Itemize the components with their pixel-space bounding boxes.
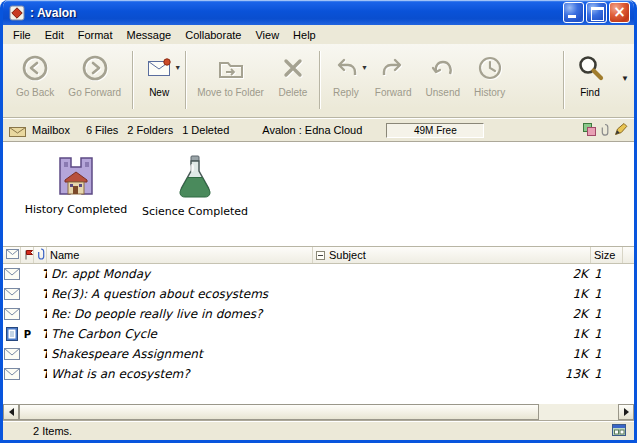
column-header-size[interactable]: Size [591, 247, 623, 263]
subject-cell: The Carbon Cycle [47, 327, 313, 341]
close-button[interactable] [609, 2, 630, 23]
menu-message[interactable]: Message [120, 27, 179, 43]
toolbar-go-forward-button[interactable]: Go Forward [61, 48, 128, 100]
toolbar-button-label: Unsend [426, 87, 460, 98]
message-row[interactable]: ToSCI102 - Period 2What is an ecosystem?… [3, 364, 634, 384]
toolbar-move-to-folder-button[interactable]: Move to Folder [190, 48, 271, 100]
color-tags-icon[interactable] [583, 123, 596, 138]
date-cell-truncated: 1 [591, 367, 623, 381]
left-triangle-icon [9, 408, 14, 416]
delete-icon [278, 51, 308, 85]
subject-cell: What is an ecosystem? [47, 367, 313, 381]
toolbar-button-label: New [149, 87, 169, 98]
menu-collaborate[interactable]: Collaborate [178, 27, 248, 43]
mail-icon [3, 288, 21, 300]
maximize-button[interactable] [586, 2, 607, 23]
toolbar-separator [563, 51, 564, 109]
toolbar-button-label: Go Back [16, 87, 54, 98]
toolbar-history-button[interactable]: History [467, 48, 512, 100]
subject-cell: Dr. appt Monday [47, 267, 313, 281]
history-icon [475, 51, 505, 85]
menu-edit[interactable]: Edit [38, 27, 71, 43]
toolbar-button-label: Reply [333, 87, 359, 98]
desktop-icon-science-completed[interactable]: Science Completed [139, 154, 251, 218]
list-header: Name Subject Size [3, 246, 634, 264]
flag-icon [24, 249, 34, 262]
unsend-icon [428, 51, 458, 85]
pencil-icon[interactable] [614, 122, 628, 138]
collapse-icon[interactable] [316, 251, 325, 260]
account-label: Avalon : Edna Cloud [262, 124, 362, 136]
recipient-cell: ToSCI102 - Period 2 [34, 327, 47, 341]
toolbar-overflow-chevron[interactable]: ▼ [621, 74, 629, 83]
science-flask-icon [139, 154, 251, 202]
message-row[interactable]: PToSCI102 - Period 2The Carbon Cycle1K1 [3, 324, 634, 344]
scroll-left-arrow[interactable] [3, 404, 19, 420]
go-back-icon [20, 51, 50, 85]
forward-message-icon [378, 51, 408, 85]
size-cell: 1K [313, 347, 591, 361]
menu-format[interactable]: Format [71, 27, 120, 43]
mail-icon [3, 348, 21, 360]
column-header-truncated[interactable] [623, 247, 634, 263]
toolbar-find-button[interactable]: Find [568, 48, 612, 100]
mail-icon [3, 268, 21, 280]
column-label: Subject [329, 249, 366, 261]
subject-cell: Shakespeare Assignment [47, 347, 313, 361]
date-cell-truncated: 1 [591, 287, 623, 301]
toolbar-delete-button[interactable]: Delete [271, 48, 315, 100]
column-header-attachment[interactable] [34, 247, 47, 263]
message-row[interactable]: ToEcosystemsRe(3): A question about ecos… [3, 284, 634, 304]
menu-help[interactable]: Help [286, 27, 323, 43]
view-window-icon[interactable] [612, 424, 626, 438]
toolbar-go-back-button[interactable]: Go Back [9, 48, 61, 100]
window-title: : Avalon [30, 6, 563, 20]
toolbar-new-button[interactable]: ▼New [137, 48, 181, 100]
desktop-icon-label: Science Completed [139, 205, 251, 218]
message-row[interactable]: ToENG202Shakespeare Assignment1K1 [3, 344, 634, 364]
date-cell-truncated: 1 [591, 327, 623, 341]
toolbar-unsend-button[interactable]: Unsend [419, 48, 467, 100]
desktop-icon-history-completed[interactable]: History Completed [21, 154, 131, 216]
status-bar: 2 Items. [3, 420, 634, 440]
envelope-icon [6, 249, 19, 261]
titlebar[interactable]: : Avalon [3, 0, 634, 25]
free-space-meter: 49M Free [386, 123, 484, 138]
history-building-icon [21, 154, 131, 200]
column-label: Name [50, 249, 79, 261]
message-list: ToSCI102 - Period 2Dr. appt Monday2K1ToE… [3, 264, 634, 404]
toolbar-separator [185, 51, 186, 109]
toolbar-button-label: History [474, 87, 505, 98]
subject-cell: Re(3): A question about ecosystems [47, 287, 313, 301]
paperclip-icon[interactable] [601, 123, 609, 138]
message-row[interactable]: ToSCI102 - Period 2Dr. appt Monday2K1 [3, 264, 634, 284]
folders-count: 2 Folders [127, 124, 173, 136]
dropdown-arrow-icon[interactable]: ▼ [361, 64, 368, 71]
column-header-name[interactable]: Name [47, 247, 313, 263]
go-forward-icon [80, 51, 110, 85]
column-header-subject[interactable]: Subject [313, 247, 591, 263]
move-to-folder-icon [216, 51, 246, 85]
menu-file[interactable]: File [6, 27, 38, 43]
toolbar-forward-button[interactable]: Forward [368, 48, 419, 100]
subject-cell: Re: Do people really live in domes? [47, 307, 313, 321]
date-cell-truncated: 1 [591, 347, 623, 361]
scroll-right-arrow[interactable] [618, 404, 634, 420]
column-header-flag[interactable] [21, 247, 34, 263]
horizontal-scrollbar[interactable] [3, 404, 634, 420]
right-triangle-icon [624, 408, 629, 416]
menu-view[interactable]: View [248, 27, 286, 43]
date-cell-truncated: 1 [591, 307, 623, 321]
recipient-cell: ToEcosystems [34, 307, 47, 321]
message-row[interactable]: ToEcosystemsRe: Do people really live in… [3, 304, 634, 324]
toolbar-reply-button[interactable]: ▼Reply [324, 48, 368, 100]
column-header-mail[interactable] [3, 247, 21, 263]
toolbar-button-label: Forward [375, 87, 412, 98]
scroll-thumb[interactable] [19, 404, 539, 420]
files-count: 6 Files [86, 124, 118, 136]
dropdown-arrow-icon[interactable]: ▼ [174, 64, 181, 71]
app-window: : Avalon FileEditFormatMessageCollaborat… [0, 0, 637, 443]
minimize-button[interactable] [563, 2, 584, 23]
recipient-cell: ToEcosystems [34, 287, 47, 301]
column-label: Size [594, 249, 615, 261]
